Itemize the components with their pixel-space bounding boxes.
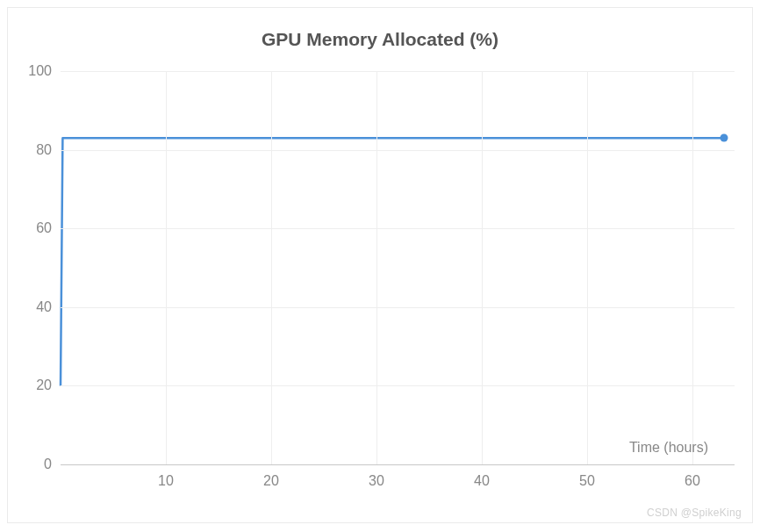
y-tick-label: 100 — [28, 63, 61, 79]
gridline-x — [692, 71, 693, 464]
y-tick-label: 20 — [36, 377, 61, 393]
x-tick-label: 60 — [685, 464, 700, 489]
x-axis-label: Time (hours) — [629, 440, 708, 456]
chart-container: GPU Memory Allocated (%) 020406080100102… — [7, 7, 753, 523]
y-tick-label: 0 — [44, 457, 61, 472]
series-line — [61, 138, 724, 385]
gridline-x — [376, 71, 377, 464]
y-tick-label: 80 — [36, 142, 61, 158]
gridline-y — [61, 150, 735, 151]
gridline-y — [61, 307, 735, 308]
x-tick-label: 50 — [579, 464, 595, 489]
data-line — [61, 71, 735, 464]
gridline-y — [61, 71, 735, 72]
gridline-x — [482, 71, 483, 464]
plot-area: 020406080100102030405060Time (hours) — [61, 71, 735, 464]
y-tick-label: 40 — [36, 299, 61, 315]
watermark: CSDN @SpikeKing — [647, 507, 742, 519]
x-tick-label: 30 — [369, 464, 384, 489]
y-tick-label: 60 — [36, 220, 61, 236]
gridline-x — [587, 71, 588, 464]
gridline-x — [166, 71, 167, 464]
x-tick-label: 10 — [158, 464, 174, 489]
gridline-x — [271, 71, 272, 464]
x-tick-label: 40 — [474, 464, 490, 489]
x-tick-label: 20 — [263, 464, 279, 489]
gridline-y — [61, 385, 735, 386]
gridline-y — [61, 228, 735, 229]
chart-title: GPU Memory Allocated (%) — [8, 29, 752, 50]
data-point-end — [721, 134, 728, 142]
